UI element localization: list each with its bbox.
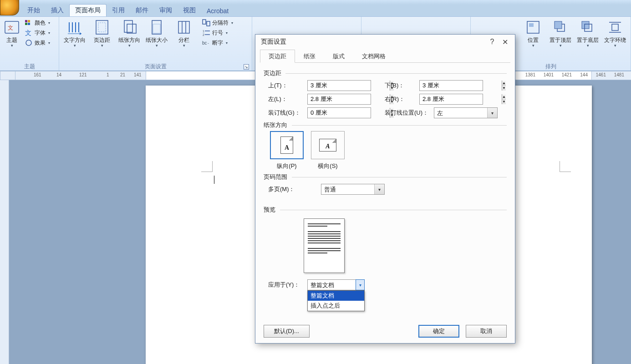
svg-text:-: -: [208, 41, 209, 46]
dialog-tab-grid[interactable]: 文档网格: [353, 50, 394, 63]
svg-rect-4: [25, 23, 27, 25]
tab-view[interactable]: 视图: [178, 5, 201, 16]
ruler-tick: 14: [56, 72, 61, 77]
left-margin-input[interactable]: [308, 94, 390, 104]
hyphenation-button[interactable]: bc- 断字▾: [200, 38, 235, 48]
dialog-tabs: 页边距 纸张 版式 文档网格: [260, 49, 510, 63]
spinner-up-icon[interactable]: ▲: [502, 94, 506, 100]
right-margin-input[interactable]: [420, 94, 502, 104]
gutter-pos-label: 装订线位置(U)：: [380, 109, 434, 117]
svg-rect-10: [124, 20, 132, 32]
dialog-close-button[interactable]: ✕: [499, 35, 511, 48]
position-button[interactable]: 位置▾: [520, 18, 546, 49]
tab-insert[interactable]: 插入: [46, 5, 69, 16]
svg-rect-3: [28, 20, 30, 22]
columns-button[interactable]: 分栏▾: [171, 18, 197, 49]
chevron-down-icon: ▾: [11, 43, 13, 48]
apply-option-after-cursor[interactable]: 插入点之后: [308, 301, 364, 311]
svg-rect-9: [98, 23, 106, 32]
right-margin-spinner[interactable]: ▲▼: [419, 94, 483, 105]
svg-rect-17: [207, 21, 210, 26]
tab-review[interactable]: 审阅: [154, 5, 178, 16]
orientation-icon: [122, 20, 137, 35]
page-setup-launcher[interactable]: ↘: [244, 64, 249, 70]
orientation-button[interactable]: 纸张方向▾: [117, 18, 142, 49]
svg-text:文: 文: [25, 30, 31, 36]
apply-option-whole-doc[interactable]: 整篇文档: [308, 291, 364, 301]
tab-references[interactable]: 引用: [107, 5, 130, 16]
gutter-input[interactable]: [308, 108, 390, 118]
vertical-ruler[interactable]: [0, 80, 9, 364]
dialog-titlebar[interactable]: 页面设置 ? ✕: [255, 35, 515, 49]
line-numbers-button[interactable]: 12 行号▾: [200, 28, 235, 38]
tab-acrobat[interactable]: Acrobat: [201, 5, 234, 16]
ruler-tick: 1401: [544, 72, 554, 77]
office-button[interactable]: [0, 0, 19, 15]
default-button[interactable]: 默认(D)...: [264, 325, 310, 338]
theme-fonts-button[interactable]: 文 字体 ▾: [23, 28, 52, 38]
svg-rect-30: [612, 24, 618, 30]
multipage-label: 多页(M)：: [264, 185, 307, 193]
tab-home[interactable]: 开始: [22, 5, 46, 16]
size-button[interactable]: 纸张大小▾: [144, 18, 169, 49]
svg-rect-2: [25, 20, 27, 22]
bottom-margin-label: 下(B)：: [380, 81, 419, 90]
ruler-tick: 1: [107, 72, 109, 77]
line-numbers-icon: 12: [202, 29, 210, 37]
right-margin-label: 右(R)：: [380, 95, 419, 103]
wrap-icon: [607, 20, 623, 35]
send-back-button[interactable]: 置于底层▾: [575, 18, 600, 49]
theme-effects-label: 效果: [35, 39, 46, 47]
dialog-help-button[interactable]: ?: [486, 35, 499, 48]
gutter-pos-combo[interactable]: 左 ▾: [434, 107, 498, 118]
svg-rect-16: [203, 20, 206, 24]
margins-button[interactable]: 页边距▾: [89, 18, 115, 49]
theme-effects-button[interactable]: 效果 ▾: [23, 38, 52, 48]
dialog-tab-layout[interactable]: 版式: [324, 50, 353, 63]
text-wrap-button[interactable]: 文字环绕▾: [602, 18, 628, 49]
spinner-down-icon[interactable]: ▼: [502, 100, 506, 105]
breaks-icon: [202, 19, 210, 27]
svg-text:1: 1: [203, 30, 204, 33]
svg-rect-5: [28, 23, 30, 25]
spinner-up-icon[interactable]: ▲: [502, 81, 506, 86]
tab-page-layout[interactable]: 页面布局: [69, 4, 107, 16]
themes-button[interactable]: 文 主题 ▾: [3, 18, 21, 49]
orientation-portrait[interactable]: A 纵向(P): [270, 131, 304, 170]
left-margin-spinner[interactable]: ▲▼: [307, 94, 371, 105]
svg-rect-24: [527, 21, 539, 33]
bottom-margin-spinner[interactable]: ▲▼: [419, 80, 483, 91]
spinner-down-icon[interactable]: ▼: [502, 86, 506, 91]
dialog-tab-paper[interactable]: 纸张: [295, 50, 324, 63]
left-margin-label: 左(L)：: [264, 95, 307, 103]
palette-icon: [25, 19, 33, 27]
ruler-tick: 1421: [562, 72, 572, 77]
svg-rect-28: [582, 21, 589, 29]
gutter-spinner[interactable]: ▲▼: [307, 107, 371, 118]
bring-front-button[interactable]: 置于顶层▾: [548, 18, 573, 49]
page-setup-dialog: 页面设置 ? ✕ 页边距 纸张 版式 文档网格 页边距 上(T)： ▲▼ 下(B…: [255, 34, 515, 344]
themes-icon: 文: [4, 20, 20, 35]
ok-button[interactable]: 确定: [418, 325, 459, 338]
group-label-themes: 主题: [3, 62, 56, 71]
top-margin-input[interactable]: [308, 81, 390, 91]
font-icon: 文: [25, 29, 33, 37]
apply-to-combo[interactable]: 整篇文档 ▾: [307, 279, 365, 290]
chevron-down-icon[interactable]: ▾: [374, 184, 384, 194]
top-margin-spinner[interactable]: ▲▼: [307, 80, 371, 91]
theme-colors-button[interactable]: 颜色 ▾: [23, 18, 52, 28]
bottom-margin-input[interactable]: [420, 81, 502, 91]
tab-mailings[interactable]: 邮件: [130, 5, 154, 16]
dialog-tab-margins[interactable]: 页边距: [260, 50, 295, 63]
multipage-combo[interactable]: 普通 ▾: [321, 184, 385, 195]
orientation-landscape[interactable]: A 横向(S): [311, 131, 345, 170]
cancel-button[interactable]: 取消: [466, 325, 507, 338]
ruler-tick: 1381: [525, 72, 535, 77]
chevron-down-icon[interactable]: ▾: [487, 108, 497, 118]
svg-rect-25: [529, 23, 534, 27]
chevron-down-icon[interactable]: ▾: [356, 279, 365, 290]
breaks-button[interactable]: 分隔符▾: [200, 18, 235, 28]
theme-fonts-label: 字体: [35, 29, 46, 37]
ruler-tick: 1461: [596, 72, 606, 77]
text-direction-button[interactable]: 文字方向▾: [62, 18, 87, 49]
